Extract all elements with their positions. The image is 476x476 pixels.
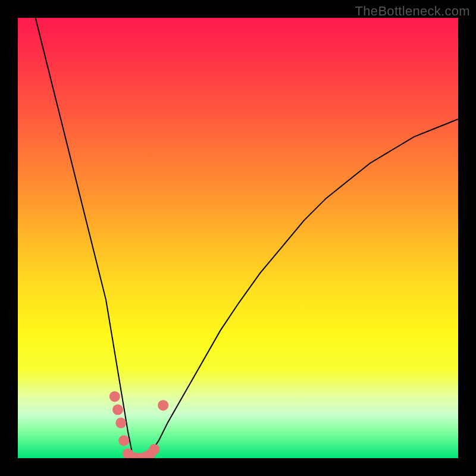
chart-plot-area xyxy=(18,18,458,458)
marker-group xyxy=(109,391,168,458)
marker-dot xyxy=(109,391,120,402)
watermark-text: TheBottleneck.com xyxy=(355,4,470,19)
marker-dot xyxy=(112,405,123,415)
chart-svg xyxy=(18,18,458,458)
marker-dot xyxy=(115,418,126,428)
marker-dot xyxy=(118,435,129,446)
marker-dot xyxy=(149,444,159,455)
main-curve xyxy=(36,18,458,458)
chart-frame: TheBottleneck.com xyxy=(0,0,476,476)
marker-dot xyxy=(158,400,168,411)
